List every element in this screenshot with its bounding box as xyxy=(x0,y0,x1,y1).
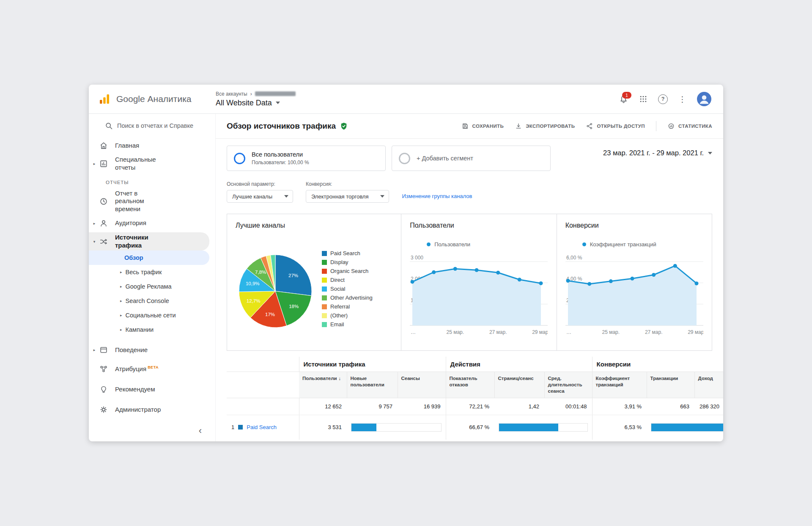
conv-bar-track xyxy=(651,423,723,432)
sidebar-item-admin[interactable]: Администратор xyxy=(89,399,215,420)
account-breadcrumb: Все аккаунты › All Website Data xyxy=(216,91,296,107)
sidebar-item-all-traffic[interactable]: ▸ Весь трафик xyxy=(89,265,215,279)
clock-icon xyxy=(99,197,109,206)
channels-table-wrap: Источники трафика Действия Конверсии Пол… xyxy=(227,357,723,440)
sidebar-item-social[interactable]: ▸ Социальные сети xyxy=(89,308,215,322)
sidebar-item-campaigns[interactable]: ▸ Кампании xyxy=(89,322,215,337)
legend-label: Коэффициент транзакций xyxy=(590,241,656,248)
row-bounce-rate: 66,67 % xyxy=(446,415,494,440)
reports-section-label: ОТЧЕТЫ xyxy=(89,173,215,188)
edit-channel-grouping-link[interactable]: Изменение группы каналов xyxy=(402,193,472,203)
export-button[interactable]: ЭКСПОРТИРОВАТЬ xyxy=(515,122,575,130)
sidebar-item-discover[interactable]: Рекомендуем xyxy=(89,379,215,399)
group-conversions: Конверсии xyxy=(592,357,723,372)
legend-item[interactable]: Display xyxy=(322,258,373,267)
col-bounce-rate[interactable]: Показатель отказов xyxy=(446,372,494,398)
legend-swatch-icon xyxy=(322,269,327,274)
collapse-sidebar-button[interactable]: ‹ xyxy=(199,425,202,436)
sidebar-item-attribution[interactable]: АтрибуцияBETA xyxy=(89,359,215,379)
sidebar-item-realtime[interactable]: Отчет в реальном времени xyxy=(89,188,215,215)
sidebar-item-search-console[interactable]: ▸ Search Console xyxy=(89,294,215,308)
bounce-bar-track xyxy=(499,423,588,432)
total-pages-per-session: 1,42 xyxy=(494,398,544,415)
total-revenue: 286 320 xyxy=(694,398,723,415)
notifications-button[interactable]: 1 xyxy=(619,94,628,104)
conversion-select[interactable]: Электронная торговля xyxy=(306,190,389,203)
insights-button[interactable]: СТАТИСТИКА xyxy=(667,122,712,130)
property-name: All Website Data xyxy=(216,99,272,107)
conv-bar-cell xyxy=(647,415,723,440)
segments-row: Все пользователи Пользователи: 100,00 % … xyxy=(227,146,712,171)
legend-item[interactable]: Email xyxy=(322,320,373,329)
col-users[interactable]: Пользователи↓ xyxy=(299,372,347,398)
sidebar-item-home[interactable]: Главная xyxy=(89,137,215,154)
legend-label: Direct xyxy=(330,277,345,283)
legend-item[interactable]: Other Advertising xyxy=(322,293,373,302)
search-input[interactable]: Поиск в отчетах и Справке xyxy=(89,115,215,137)
users-line-chart[interactable]: 1 0002 0003 000…25 мар.27 мар.29 мар. xyxy=(410,250,548,337)
sidebar-item-behavior[interactable]: ▸ Поведение xyxy=(89,341,215,359)
legend-item[interactable]: (Other) xyxy=(322,311,373,320)
col-sessions[interactable]: Сеансы xyxy=(398,372,446,398)
svg-text:3 000: 3 000 xyxy=(411,255,423,261)
conversions-panel: Конверсии Коэффициент транзакций 2,00 %4… xyxy=(557,214,712,351)
table-header-row: Пользователи↓ Новые пользователи Сеансы … xyxy=(227,372,723,398)
legend-item[interactable]: Organic Search xyxy=(322,267,373,275)
overflow-menu-button[interactable]: ⋮ xyxy=(678,95,686,103)
top-channels-pie[interactable]: 27%18%17%12,7%10,9%7,8% xyxy=(239,255,312,329)
apps-grid-button[interactable] xyxy=(639,95,647,103)
sidebar-item-custom-reports[interactable]: ▸ Специальные отчеты xyxy=(89,154,215,173)
legend-label: Other Advertising xyxy=(330,295,373,301)
sidebar-item-google-ads[interactable]: ▸ Google Реклама xyxy=(89,279,215,294)
breadcrumb-root[interactable]: Все аккаунты xyxy=(216,91,247,97)
account-avatar[interactable] xyxy=(697,92,711,106)
svg-text:29 мар.: 29 мар. xyxy=(688,329,703,335)
property-selector[interactable]: All Website Data xyxy=(216,99,296,107)
legend-swatch-icon xyxy=(322,304,327,309)
legend-swatch-icon xyxy=(322,322,327,327)
col-pages-per-session[interactable]: Страниц/сеанс xyxy=(494,372,544,398)
sidebar: Поиск в отчетах и Справке Главная ▸ xyxy=(89,114,216,441)
top-actions: 1 ? ⋮ xyxy=(619,92,723,106)
apps-grid-icon xyxy=(639,95,647,103)
col-revenue[interactable]: Доход xyxy=(694,372,723,398)
col-avg-session-duration[interactable]: Сред. длительность сеанса xyxy=(544,372,592,398)
sidebar-item-overview[interactable]: Обзор xyxy=(89,251,209,265)
avatar xyxy=(697,92,711,106)
table-totals-row: 12 652 9 757 16 939 72,21 % 1,42 00:01:4… xyxy=(227,398,723,415)
sidebar-item-acquisition[interactable]: ▾ Источники трафика xyxy=(89,232,209,251)
legend-swatch-icon xyxy=(322,278,327,283)
legend-item[interactable]: Paid Search xyxy=(322,249,373,258)
date-range-selector[interactable]: 23 мар. 2021 г. - 29 мар. 2021 г. xyxy=(603,146,712,157)
help-button[interactable]: ? xyxy=(658,94,668,104)
col-transaction-rate[interactable]: Коэффициент транзакций xyxy=(592,372,647,398)
segment-radio-icon xyxy=(234,153,245,164)
add-segment-card[interactable]: + Добавить сегмент xyxy=(392,146,551,171)
channel-chip xyxy=(238,425,243,430)
channel-link[interactable]: Paid Search xyxy=(247,424,277,430)
primary-dimension-select[interactable]: Лучшие каналы xyxy=(227,190,293,203)
col-new-users[interactable]: Новые пользователи xyxy=(347,372,398,398)
expand-arrow-icon: ▸ xyxy=(120,299,122,303)
legend-swatch-icon xyxy=(322,260,327,265)
sidebar-item-audience[interactable]: ▸ Аудитория xyxy=(89,215,215,232)
audience-icon xyxy=(99,219,109,228)
svg-text:27 мар.: 27 мар. xyxy=(645,329,663,335)
conversions-line-chart[interactable]: 2,00 %4,00 %6,00 %…25 мар.27 мар.29 мар. xyxy=(565,250,703,337)
channel-cell: 1 Paid Search xyxy=(227,415,299,440)
share-button[interactable]: ОТКРЫТЬ ДОСТУП xyxy=(586,122,645,130)
add-segment-label: + Добавить сегмент xyxy=(417,155,473,162)
save-button[interactable]: СОХРАНИТЬ xyxy=(461,122,504,130)
brand[interactable]: Google Аналитика xyxy=(89,93,216,105)
legend-label: Social xyxy=(330,286,345,292)
top-app-bar: Google Аналитика Все аккаунты › All Webs… xyxy=(89,85,723,114)
lightbulb-icon xyxy=(99,385,109,394)
legend-item[interactable]: Referral xyxy=(322,302,373,311)
col-transactions[interactable]: Транзакции xyxy=(647,372,694,398)
segment-card-all-users[interactable]: Все пользователи Пользователи: 100,00 % xyxy=(227,146,386,171)
total-transaction-rate: 3,91 % xyxy=(592,398,647,415)
conv-bar xyxy=(651,424,723,431)
panel-title: Лучшие каналы xyxy=(236,222,392,229)
legend-item[interactable]: Direct xyxy=(322,275,373,284)
legend-item[interactable]: Social xyxy=(322,284,373,293)
